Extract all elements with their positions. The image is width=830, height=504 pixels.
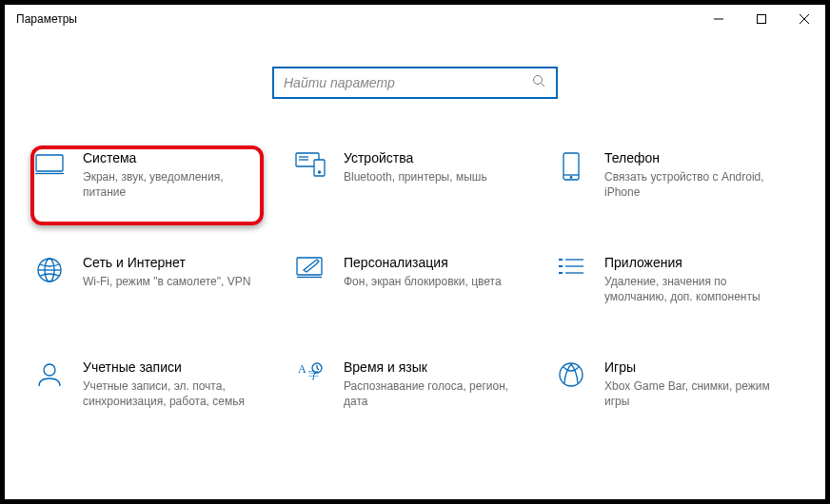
network-icon: [33, 257, 66, 289]
tile-time-language[interactable]: A字 Время и язык Распознавание голоса, ре…: [294, 356, 536, 413]
tile-devices[interactable]: Устройства Bluetooth, принтеры, мышь: [294, 146, 536, 204]
tile-title: Система: [83, 150, 275, 166]
tile-desc: Связать устройство с Android, iPhone: [604, 169, 776, 200]
tile-personalization[interactable]: Персонализация Фон, экран блокировки, цв…: [294, 251, 536, 308]
tile-apps[interactable]: Приложения Удаление, значения по умолчан…: [555, 251, 797, 308]
search-input[interactable]: [284, 75, 532, 90]
svg-rect-13: [563, 153, 579, 180]
tile-desc: Удаление, значения по умолчанию, доп. ко…: [604, 274, 776, 304]
devices-icon: [294, 152, 326, 184]
svg-text:A: A: [298, 362, 306, 376]
close-button[interactable]: [782, 5, 825, 33]
time-language-icon: A字: [294, 361, 326, 394]
titlebar: Параметры: [5, 5, 825, 33]
system-icon: [33, 152, 66, 184]
settings-grid: Система Экран, звук, уведомления, питани…: [5, 99, 825, 433]
gaming-icon: [555, 361, 587, 394]
tile-title: Приложения: [604, 255, 797, 271]
personalization-icon: [294, 257, 326, 289]
tile-title: Игры: [604, 359, 797, 376]
svg-rect-6: [36, 155, 63, 171]
svg-point-27: [44, 364, 55, 376]
window-title: Параметры: [16, 12, 77, 26]
phone-icon: [555, 152, 587, 184]
svg-line-5: [542, 83, 545, 87]
window-controls: [697, 5, 825, 33]
tile-title: Устройства: [344, 150, 536, 166]
tile-gaming[interactable]: Игры Xbox Game Bar, снимки, режим игры: [555, 356, 797, 413]
search-box[interactable]: [272, 67, 558, 99]
tile-desc: Фон, экран блокировки, цвета: [344, 274, 515, 289]
tile-system[interactable]: Система Экран, звук, уведомления, питани…: [33, 146, 275, 204]
tile-desc: Xbox Game Bar, снимки, режим игры: [604, 378, 776, 409]
maximize-button[interactable]: [740, 5, 782, 33]
minimize-button[interactable]: [697, 5, 740, 33]
tile-network[interactable]: Сеть и Интернет Wi-Fi, режим "в самолете…: [33, 251, 275, 308]
tile-accounts[interactable]: Учетные записи Учетные записи, эл. почта…: [33, 356, 275, 413]
apps-icon: [555, 257, 587, 289]
tile-desc: Экран, звук, уведомления, питание: [83, 169, 254, 200]
settings-window: Параметры Система: [5, 5, 825, 499]
tile-phone[interactable]: Телефон Связать устройство с Android, iP…: [555, 146, 797, 204]
tile-desc: Учетные записи, эл. почта, синхронизация…: [83, 378, 254, 409]
svg-point-10: [319, 171, 321, 173]
svg-rect-1: [757, 15, 765, 24]
svg-point-33: [560, 363, 583, 386]
accounts-icon: [33, 361, 66, 394]
tile-title: Сеть и Интернет: [83, 255, 275, 271]
tile-desc: Bluetooth, принтеры, мышь: [344, 169, 515, 184]
search-icon: [532, 74, 546, 92]
tile-title: Учетные записи: [83, 359, 275, 376]
tile-desc: Распознавание голоса, регион, дата: [344, 378, 515, 409]
search-container: [5, 67, 825, 99]
tile-title: Телефон: [604, 150, 797, 166]
tile-title: Персонализация: [344, 255, 536, 271]
tile-desc: Wi-Fi, режим "в самолете", VPN: [83, 274, 254, 289]
svg-point-15: [570, 177, 572, 179]
tile-title: Время и язык: [344, 359, 536, 376]
svg-point-4: [534, 75, 543, 84]
